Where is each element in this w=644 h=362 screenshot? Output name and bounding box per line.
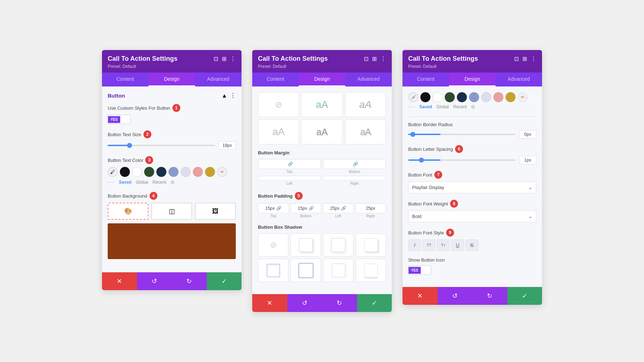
resize-icon-2[interactable]: ⊡ (364, 55, 369, 62)
link-pad-top-icon[interactable]: 🔗 (276, 206, 282, 211)
grid-icon-3[interactable]: ⊞ (522, 55, 527, 62)
font-cell-shadow2[interactable]: aA (345, 119, 386, 144)
size-slider-thumb[interactable] (127, 143, 132, 148)
grid-icon-2[interactable]: ⊞ (372, 55, 377, 62)
panel-1-undo-btn[interactable]: ↺ (137, 272, 172, 290)
grid-icon[interactable]: ⊞ (222, 55, 226, 62)
border-slider-thumb[interactable] (410, 132, 415, 137)
tab-advanced-2[interactable]: Advanced (345, 73, 392, 86)
shadow-3[interactable] (356, 233, 386, 257)
color-gear-icon-3[interactable]: ⚙ (471, 104, 475, 110)
margin-top-input[interactable]: 🔗 (258, 159, 321, 169)
panel-2-save-btn[interactable]: ✓ (357, 294, 392, 312)
panel-1-save-btn[interactable]: ✓ (207, 272, 242, 290)
panel-1-close-btn[interactable]: ✕ (102, 272, 137, 290)
swatch-gold-3[interactable] (506, 92, 516, 102)
edit-color-icon-3[interactable]: ✏ (518, 92, 528, 102)
margin-right-input[interactable] (323, 176, 386, 181)
font-cell-none[interactable]: ⊘ (258, 92, 299, 117)
shadow-5[interactable] (291, 259, 321, 282)
font-cell-blue[interactable]: aA (301, 92, 342, 117)
size-slider-track[interactable] (108, 145, 215, 146)
tab-content-3[interactable]: Content (402, 73, 449, 86)
button-font-select[interactable]: Playfair Display ⌄ (408, 182, 536, 193)
eyedropper-icon[interactable]: 🖊 (108, 167, 118, 177)
link-bottom-icon[interactable]: 🔗 (353, 162, 358, 167)
border-slider-track[interactable] (408, 134, 516, 135)
swatch-lightblue[interactable] (169, 167, 179, 177)
swatch-white-3[interactable] (433, 92, 443, 102)
swatch-lightblue-3[interactable] (469, 92, 479, 102)
panel-3-undo-btn[interactable]: ↺ (438, 287, 473, 305)
more-icon[interactable]: ⋮ (230, 55, 236, 62)
swatch-white[interactable] (132, 167, 142, 177)
collapse-icon[interactable]: ▲ (221, 93, 227, 99)
eyedropper-icon-3[interactable]: 💉 (408, 92, 418, 102)
tab-design-1[interactable]: Design (148, 73, 195, 86)
color-tab-global-3[interactable]: Global (436, 104, 449, 109)
tab-design-3[interactable]: Design (449, 73, 496, 86)
padding-left-input[interactable]: 25px🔗 (323, 203, 354, 213)
uppercase-btn[interactable]: TT (423, 239, 435, 251)
shadow-1[interactable] (291, 233, 321, 257)
color-gear-icon[interactable]: ⚙ (170, 179, 175, 185)
panel-3-save-btn[interactable]: ✓ (507, 287, 542, 305)
swatch-black[interactable] (120, 167, 130, 177)
edit-color-icon[interactable]: ✏ (217, 167, 227, 177)
tab-advanced-1[interactable]: Advanced (195, 73, 241, 86)
panel-1-redo-btn[interactable]: ↻ (172, 272, 207, 290)
margin-bottom-input[interactable]: 🔗 (323, 159, 386, 169)
section-more-icon[interactable]: ⋮ (230, 92, 236, 99)
letter-spacing-value[interactable]: 1px (519, 156, 536, 164)
font-cell-raised[interactable]: aA (258, 119, 299, 144)
underline-btn[interactable]: U (451, 239, 464, 251)
color-tab-saved-3[interactable]: Saved (419, 104, 432, 109)
tab-design-2[interactable]: Design (299, 73, 345, 86)
swatch-black-3[interactable] (420, 92, 430, 102)
swatch-pink[interactable] (193, 167, 203, 177)
padding-top-input[interactable]: 15px🔗 (258, 203, 289, 213)
font-cell-shadow1[interactable]: aA (301, 119, 342, 144)
custom-styles-toggle[interactable]: YES (108, 115, 131, 124)
letter-spacing-thumb[interactable] (419, 158, 424, 163)
link-top-icon[interactable]: 🔗 (288, 162, 293, 167)
panel-3-redo-btn[interactable]: ↻ (472, 287, 507, 305)
swatch-pink-3[interactable] (493, 92, 503, 102)
padding-bottom-input[interactable]: 15px🔗 (291, 203, 322, 213)
bg-image-option[interactable]: 🖼 (195, 203, 236, 220)
link-pad-left-icon[interactable]: 🔗 (341, 206, 346, 211)
swatch-darkblue-3[interactable] (457, 92, 467, 102)
show-icon-toggle[interactable]: YES (408, 266, 431, 275)
more-icon-2[interactable]: ⋮ (380, 55, 386, 62)
size-slider-value[interactable]: 18px (219, 141, 236, 150)
resize-icon[interactable]: ⊡ (214, 55, 218, 62)
panel-3-close-btn[interactable]: ✕ (402, 287, 438, 305)
swatch-gold[interactable] (205, 167, 215, 177)
tab-content-2[interactable]: Content (252, 73, 299, 86)
button-font-weight-select[interactable]: Bold ⌄ (408, 210, 536, 222)
font-cell-italic[interactable]: aA (345, 92, 386, 117)
panel-2-close-btn[interactable]: ✕ (252, 294, 287, 312)
swatch-lightgray-3[interactable] (481, 92, 491, 102)
color-tab-recent[interactable]: Recent (152, 180, 166, 185)
swatch-darkgreen[interactable] (144, 167, 154, 177)
swatch-darkgreen-3[interactable] (445, 92, 455, 102)
panel-2-undo-btn[interactable]: ↺ (287, 294, 322, 312)
padding-right-input[interactable]: 25px (355, 203, 386, 213)
bg-color-option[interactable]: 🎨 (108, 203, 148, 220)
color-tab-recent-3[interactable]: Recent (453, 104, 467, 109)
color-tab-global[interactable]: Global (136, 180, 148, 185)
letter-spacing-slider-track[interactable] (408, 159, 516, 161)
panel-2-redo-btn[interactable]: ↻ (322, 294, 357, 312)
shadow-none[interactable]: ⊘ (258, 233, 288, 257)
shadow-7[interactable] (356, 259, 386, 282)
tab-advanced-3[interactable]: Advanced (496, 73, 542, 86)
shadow-6[interactable] (323, 259, 353, 282)
strikethrough-btn[interactable]: S (465, 239, 478, 251)
border-radius-value[interactable]: 0px (519, 130, 536, 139)
link-pad-bottom-icon[interactable]: 🔗 (308, 206, 314, 211)
resize-icon-3[interactable]: ⊡ (514, 55, 519, 62)
shadow-4[interactable] (258, 259, 288, 282)
margin-left-input[interactable] (258, 176, 321, 181)
tab-content-1[interactable]: Content (102, 73, 148, 86)
